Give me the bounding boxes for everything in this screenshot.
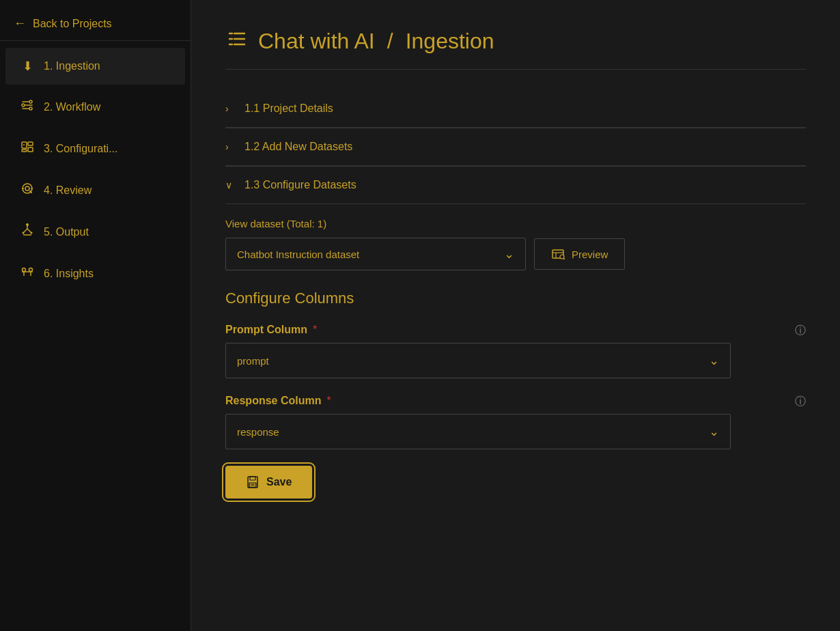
preview-icon xyxy=(551,247,565,261)
sidebar: ← Back to Projects ⬇ 1. Ingestion 2. Wor… xyxy=(0,0,191,631)
response-column-group: Response Column * ⓘ response ⌄ xyxy=(225,395,806,449)
section-project-details-title: 1.1 Project Details xyxy=(244,102,333,115)
dataset-select-dropdown[interactable]: Chatbot Instruction dataset ⌄ xyxy=(225,238,526,270)
sidebar-item-insights-label: 6. Insights xyxy=(44,268,94,280)
configuration-icon xyxy=(19,140,36,157)
section-project-details-header[interactable]: › 1.1 Project Details xyxy=(225,90,806,128)
svg-point-22 xyxy=(29,268,33,272)
section-configure-datasets-title: 1.3 Configure Datasets xyxy=(244,179,356,191)
save-label: Save xyxy=(266,476,292,488)
response-column-label: Response Column xyxy=(225,395,321,407)
section-configure-datasets-header[interactable]: ∨ 1.3 Configure Datasets xyxy=(225,167,806,204)
section-add-datasets: › 1.2 Add New Datasets xyxy=(225,128,806,167)
response-column-select[interactable]: response ⌄ xyxy=(225,414,731,449)
svg-point-18 xyxy=(23,232,25,234)
section-add-datasets-title: 1.2 Add New Datasets xyxy=(244,141,352,153)
prompt-required-star: * xyxy=(313,324,317,336)
prompt-label-row: Prompt Column * xyxy=(225,324,806,336)
configure-datasets-content: View dataset (Total: 1) Chatbot Instruct… xyxy=(225,204,806,505)
preview-button[interactable]: Preview xyxy=(534,238,625,270)
response-info-icon[interactable]: ⓘ xyxy=(795,395,806,409)
dropdown-chevron-icon: ⌄ xyxy=(504,247,514,262)
page-subtitle: Ingestion xyxy=(406,29,494,54)
header-list-icon xyxy=(225,27,249,55)
sidebar-item-output[interactable]: 5. Output xyxy=(5,212,185,251)
sidebar-item-review[interactable]: 4. Review xyxy=(5,171,185,210)
section-add-datasets-header[interactable]: › 1.2 Add New Datasets xyxy=(225,128,806,166)
svg-line-35 xyxy=(563,258,565,260)
prompt-dropdown-icon: ⌄ xyxy=(709,353,719,368)
sidebar-item-configuration[interactable]: 3. Configurati... xyxy=(5,129,185,168)
response-column-value: response xyxy=(237,426,279,438)
svg-point-7 xyxy=(23,144,25,145)
sidebar-item-ingestion[interactable]: ⬇ 1. Ingestion xyxy=(5,48,185,85)
chevron-right-icon-2: › xyxy=(225,141,236,152)
response-dropdown-icon: ⌄ xyxy=(709,424,719,439)
prompt-column-group: Prompt Column * ⓘ prompt ⌄ xyxy=(225,324,806,378)
svg-point-2 xyxy=(29,107,32,110)
ingestion-icon: ⬇ xyxy=(19,59,36,74)
svg-point-21 xyxy=(23,268,26,272)
chevron-down-icon: ∨ xyxy=(225,180,236,191)
prompt-column-label: Prompt Column xyxy=(225,324,307,336)
svg-point-1 xyxy=(22,104,25,107)
chevron-right-icon: › xyxy=(225,103,236,114)
review-icon xyxy=(19,182,36,199)
svg-rect-4 xyxy=(28,142,33,145)
svg-point-0 xyxy=(29,100,32,103)
svg-rect-5 xyxy=(28,148,33,152)
back-to-projects-button[interactable]: ← Back to Projects xyxy=(0,7,191,41)
svg-point-19 xyxy=(31,232,33,234)
save-icon xyxy=(246,475,260,489)
svg-point-9 xyxy=(25,186,29,191)
header-separator: / xyxy=(387,29,393,54)
back-to-projects-label: Back to Projects xyxy=(33,18,112,30)
sidebar-item-output-label: 5. Output xyxy=(44,226,89,238)
response-required-star: * xyxy=(326,395,331,407)
section-configure-datasets: ∨ 1.3 Configure Datasets View dataset (T… xyxy=(225,167,806,505)
svg-rect-6 xyxy=(22,150,27,152)
prompt-column-select[interactable]: prompt ⌄ xyxy=(225,343,731,378)
insights-icon xyxy=(19,265,36,282)
sidebar-item-configuration-label: 3. Configurati... xyxy=(44,143,118,155)
save-button[interactable]: Save xyxy=(225,466,312,499)
back-arrow-icon: ← xyxy=(14,16,26,31)
output-icon xyxy=(19,223,36,240)
sidebar-item-review-label: 4. Review xyxy=(44,184,92,197)
sidebar-item-ingestion-label: 1. Ingestion xyxy=(44,60,100,72)
page-header: Chat with AI / Ingestion xyxy=(225,27,806,70)
workflow-icon xyxy=(19,98,36,115)
prompt-column-value: prompt xyxy=(237,355,269,367)
page-title: Chat with AI xyxy=(258,29,375,54)
section-project-details: › 1.1 Project Details xyxy=(225,90,806,128)
svg-point-17 xyxy=(26,223,29,226)
dataset-select-value: Chatbot Instruction dataset xyxy=(237,249,359,260)
response-label-row: Response Column * xyxy=(225,395,806,407)
configure-columns-title: Configure Columns xyxy=(225,290,806,307)
sidebar-item-insights[interactable]: 6. Insights xyxy=(5,254,185,293)
sidebar-item-workflow-label: 2. Workflow xyxy=(44,101,100,113)
dataset-label: View dataset (Total: 1) xyxy=(225,218,806,229)
dataset-row: Chatbot Instruction dataset ⌄ Preview xyxy=(225,238,806,270)
prompt-info-icon[interactable]: ⓘ xyxy=(795,324,806,338)
main-content: Chat with AI / Ingestion › 1.1 Project D… xyxy=(191,0,840,631)
svg-line-12 xyxy=(30,191,31,193)
sidebar-item-workflow[interactable]: 2. Workflow xyxy=(5,87,185,126)
preview-label: Preview xyxy=(572,249,608,260)
